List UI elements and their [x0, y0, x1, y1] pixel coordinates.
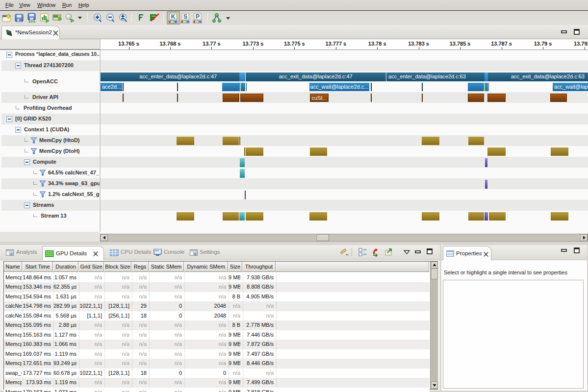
svg-text:S: S	[183, 13, 187, 20]
svg-text:P: P	[196, 13, 200, 20]
svg-text:K: K	[171, 13, 176, 20]
